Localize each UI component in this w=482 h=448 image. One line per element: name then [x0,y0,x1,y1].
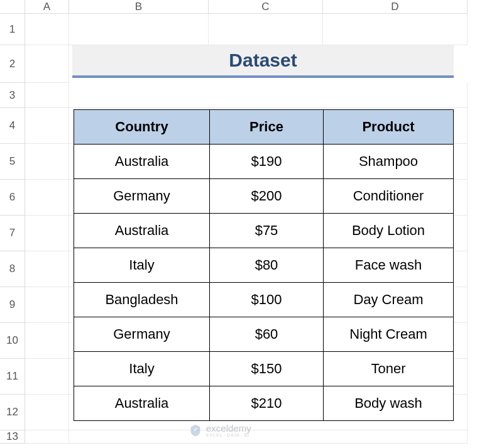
col-header-C[interactable]: C [209,0,323,14]
row-header-13[interactable]: 13 [0,430,25,444]
td-product[interactable]: Conditioner [324,179,454,214]
td-country[interactable]: Germany [74,317,210,352]
watermark-name: exceldemy [206,423,251,433]
table-row: Germany $200 Conditioner [74,179,454,214]
td-product[interactable]: Body wash [324,386,454,421]
cell-A4[interactable] [25,108,69,144]
td-product[interactable]: Shampoo [324,145,454,179]
cell-A3[interactable] [25,83,69,108]
watermark-sub: EXCEL · DATA · BI [206,433,251,437]
row-header-9[interactable]: 9 [0,287,25,323]
th-country[interactable]: Country [74,109,210,145]
table-header-row: Country Price Product [74,109,454,145]
td-country[interactable]: Germany [74,179,210,214]
row-header-3[interactable]: 3 [0,83,25,108]
td-product[interactable]: Day Cream [324,283,454,317]
td-country[interactable]: Australia [74,145,210,179]
cell-D1[interactable] [323,14,468,45]
row-header-12[interactable]: 12 [0,395,25,430]
table-row: Italy $80 Face wash [74,248,454,283]
row-header-8[interactable]: 8 [0,251,25,287]
row-header-5[interactable]: 5 [0,144,25,180]
td-country[interactable]: Australia [74,214,210,248]
td-product[interactable]: Night Cream [324,317,454,352]
row-header-6[interactable]: 6 [0,180,25,216]
cell-B1[interactable] [69,14,209,45]
td-price[interactable]: $210 [210,386,324,421]
cell-A7[interactable] [25,216,69,251]
cell-B13D13[interactable] [69,430,468,444]
row-header-4[interactable]: 4 [0,108,25,144]
td-price[interactable]: $190 [210,145,324,179]
th-price[interactable]: Price [210,109,324,145]
th-product[interactable]: Product [324,109,454,145]
table-row: Australia $190 Shampoo [74,145,454,179]
table-row: Germany $60 Night Cream [74,317,454,352]
col-header-A[interactable]: A [25,0,69,14]
table-row: Bangladesh $100 Day Cream [74,283,454,317]
td-price[interactable]: $100 [210,283,324,317]
td-country[interactable]: Bangladesh [74,283,210,317]
row-header-2[interactable]: 2 [0,45,25,83]
row-header-10[interactable]: 10 [0,323,25,359]
td-price[interactable]: $200 [210,179,324,214]
cell-B3D3[interactable] [69,83,468,108]
row-header-1[interactable]: 1 [0,14,25,45]
watermark: exceldemy EXCEL · DATA · BI [189,423,251,437]
td-product[interactable]: Face wash [324,248,454,283]
cell-A11[interactable] [25,359,69,395]
cell-A10[interactable] [25,323,69,359]
logo-icon [189,423,202,437]
table-row: Italy $150 Toner [74,352,454,386]
data-table: Country Price Product Australia $190 Sha… [74,109,454,421]
table-row: Australia $75 Body Lotion [74,214,454,248]
td-price[interactable]: $150 [210,352,324,386]
cell-A2[interactable] [25,45,69,83]
cell-A13[interactable] [25,430,69,444]
table-row: Australia $210 Body wash [74,386,454,421]
td-country[interactable]: Australia [74,386,210,421]
cell-A9[interactable] [25,287,69,323]
td-price[interactable]: $80 [210,248,324,283]
cell-A12[interactable] [25,395,69,430]
td-price[interactable]: $75 [210,214,324,248]
td-country[interactable]: Italy [74,352,210,386]
row-header-7[interactable]: 7 [0,216,25,251]
cell-A1[interactable] [25,14,69,45]
page-title[interactable]: Dataset [72,45,454,78]
row-header-11[interactable]: 11 [0,359,25,395]
col-header-B[interactable]: B [69,0,209,14]
select-all-corner[interactable] [0,0,25,14]
cell-C1[interactable] [209,14,323,45]
td-country[interactable]: Italy [74,248,210,283]
cell-A6[interactable] [25,180,69,216]
td-price[interactable]: $60 [210,317,324,352]
cell-A8[interactable] [25,251,69,287]
td-product[interactable]: Toner [324,352,454,386]
cell-A5[interactable] [25,144,69,180]
td-product[interactable]: Body Lotion [324,214,454,248]
col-header-D[interactable]: D [323,0,468,14]
